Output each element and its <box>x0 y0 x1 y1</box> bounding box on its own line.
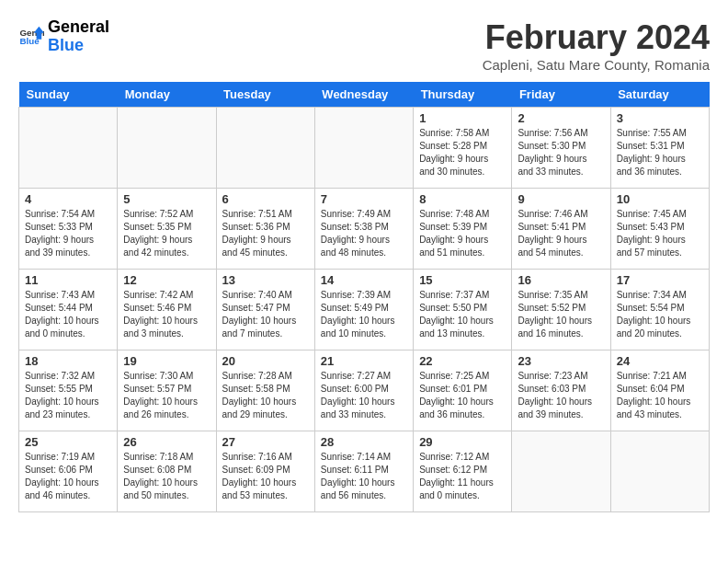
day-info: Sunrise: 7:30 AM Sunset: 5:57 PM Dayligh… <box>123 370 210 421</box>
calendar-day-cell: 1Sunrise: 7:58 AM Sunset: 5:28 PM Daylig… <box>414 108 512 189</box>
logo-icon: General Blue <box>18 24 44 50</box>
calendar-day-cell <box>216 108 314 189</box>
day-info: Sunrise: 7:35 AM Sunset: 5:52 PM Dayligh… <box>518 289 604 340</box>
day-number: 11 <box>25 273 111 287</box>
calendar-day-cell: 15Sunrise: 7:37 AM Sunset: 5:50 PM Dayli… <box>414 270 512 350</box>
calendar-day-cell <box>610 431 709 512</box>
day-number: 29 <box>419 435 506 449</box>
calendar-week-row: 1Sunrise: 7:58 AM Sunset: 5:28 PM Daylig… <box>19 108 710 189</box>
calendar-day-cell <box>118 108 216 189</box>
day-info: Sunrise: 7:52 AM Sunset: 5:35 PM Dayligh… <box>123 208 210 259</box>
day-number: 4 <box>25 192 111 206</box>
day-number: 5 <box>123 192 210 206</box>
day-number: 6 <box>222 192 309 206</box>
calendar-day-cell: 28Sunrise: 7:14 AM Sunset: 6:11 PM Dayli… <box>314 431 413 512</box>
calendar-day-cell: 4Sunrise: 7:54 AM Sunset: 5:33 PM Daylig… <box>19 189 118 270</box>
calendar-week-row: 18Sunrise: 7:32 AM Sunset: 5:55 PM Dayli… <box>19 350 710 431</box>
day-info: Sunrise: 7:48 AM Sunset: 5:39 PM Dayligh… <box>419 208 506 259</box>
day-info: Sunrise: 7:46 AM Sunset: 5:41 PM Dayligh… <box>518 208 604 259</box>
calendar-day-cell: 17Sunrise: 7:34 AM Sunset: 5:54 PM Dayli… <box>610 270 709 350</box>
calendar-day-cell: 19Sunrise: 7:30 AM Sunset: 5:57 PM Dayli… <box>118 350 216 431</box>
day-number: 22 <box>419 354 506 368</box>
day-number: 26 <box>123 435 210 449</box>
day-number: 27 <box>222 435 309 449</box>
day-info: Sunrise: 7:45 AM Sunset: 5:43 PM Dayligh… <box>617 208 703 259</box>
logo-text: General Blue <box>48 18 109 55</box>
calendar-day-cell: 16Sunrise: 7:35 AM Sunset: 5:52 PM Dayli… <box>512 270 610 350</box>
day-of-week-header: Wednesday <box>314 82 413 108</box>
day-number: 14 <box>321 273 407 287</box>
day-of-week-header: Sunday <box>19 82 118 108</box>
day-info: Sunrise: 7:18 AM Sunset: 6:08 PM Dayligh… <box>123 451 210 502</box>
day-info: Sunrise: 7:39 AM Sunset: 5:49 PM Dayligh… <box>321 289 407 340</box>
day-info: Sunrise: 7:21 AM Sunset: 6:04 PM Dayligh… <box>617 370 703 421</box>
day-number: 16 <box>518 273 604 287</box>
day-info: Sunrise: 7:49 AM Sunset: 5:38 PM Dayligh… <box>321 208 407 259</box>
calendar-day-cell: 12Sunrise: 7:42 AM Sunset: 5:46 PM Dayli… <box>118 270 216 350</box>
calendar-day-cell: 23Sunrise: 7:23 AM Sunset: 6:03 PM Dayli… <box>512 350 610 431</box>
calendar-day-cell: 13Sunrise: 7:40 AM Sunset: 5:47 PM Dayli… <box>216 270 314 350</box>
day-of-week-header: Tuesday <box>216 82 314 108</box>
day-number: 7 <box>321 192 407 206</box>
calendar-day-cell: 11Sunrise: 7:43 AM Sunset: 5:44 PM Dayli… <box>19 270 118 350</box>
day-info: Sunrise: 7:27 AM Sunset: 6:00 PM Dayligh… <box>321 370 407 421</box>
day-number: 23 <box>518 354 604 368</box>
day-info: Sunrise: 7:54 AM Sunset: 5:33 PM Dayligh… <box>25 208 111 259</box>
calendar-header-row: SundayMondayTuesdayWednesdayThursdayFrid… <box>19 82 710 108</box>
calendar-day-cell: 25Sunrise: 7:19 AM Sunset: 6:06 PM Dayli… <box>19 431 118 512</box>
day-info: Sunrise: 7:12 AM Sunset: 6:12 PM Dayligh… <box>419 451 506 502</box>
day-number: 1 <box>419 111 506 125</box>
day-info: Sunrise: 7:51 AM Sunset: 5:36 PM Dayligh… <box>222 208 309 259</box>
day-info: Sunrise: 7:25 AM Sunset: 6:01 PM Dayligh… <box>419 370 506 421</box>
calendar-day-cell: 24Sunrise: 7:21 AM Sunset: 6:04 PM Dayli… <box>610 350 709 431</box>
calendar-day-cell: 14Sunrise: 7:39 AM Sunset: 5:49 PM Dayli… <box>314 270 413 350</box>
calendar-day-cell: 9Sunrise: 7:46 AM Sunset: 5:41 PM Daylig… <box>512 189 610 270</box>
day-number: 10 <box>617 192 703 206</box>
calendar-day-cell: 22Sunrise: 7:25 AM Sunset: 6:01 PM Dayli… <box>414 350 512 431</box>
day-number: 2 <box>518 111 604 125</box>
day-number: 15 <box>419 273 506 287</box>
day-of-week-header: Saturday <box>610 82 709 108</box>
day-of-week-header: Friday <box>512 82 610 108</box>
title-section: February 2024 Capleni, Satu Mare County,… <box>483 18 710 73</box>
calendar-day-cell: 6Sunrise: 7:51 AM Sunset: 5:36 PM Daylig… <box>216 189 314 270</box>
calendar-week-row: 4Sunrise: 7:54 AM Sunset: 5:33 PM Daylig… <box>19 189 710 270</box>
day-of-week-header: Thursday <box>414 82 512 108</box>
calendar-day-cell <box>512 431 610 512</box>
calendar-day-cell: 2Sunrise: 7:56 AM Sunset: 5:30 PM Daylig… <box>512 108 610 189</box>
calendar-day-cell: 26Sunrise: 7:18 AM Sunset: 6:08 PM Dayli… <box>118 431 216 512</box>
calendar-day-cell: 21Sunrise: 7:27 AM Sunset: 6:00 PM Dayli… <box>314 350 413 431</box>
calendar-day-cell: 18Sunrise: 7:32 AM Sunset: 5:55 PM Dayli… <box>19 350 118 431</box>
calendar-day-cell <box>19 108 118 189</box>
calendar-week-row: 11Sunrise: 7:43 AM Sunset: 5:44 PM Dayli… <box>19 270 710 350</box>
day-number: 19 <box>123 354 210 368</box>
day-info: Sunrise: 7:58 AM Sunset: 5:28 PM Dayligh… <box>419 127 506 178</box>
logo: General Blue General Blue <box>18 18 109 55</box>
day-number: 8 <box>419 192 506 206</box>
day-info: Sunrise: 7:42 AM Sunset: 5:46 PM Dayligh… <box>123 289 210 340</box>
day-info: Sunrise: 7:40 AM Sunset: 5:47 PM Dayligh… <box>222 289 309 340</box>
day-info: Sunrise: 7:43 AM Sunset: 5:44 PM Dayligh… <box>25 289 111 340</box>
day-number: 21 <box>321 354 407 368</box>
calendar-table: SundayMondayTuesdayWednesdayThursdayFrid… <box>18 82 710 512</box>
day-number: 17 <box>617 273 703 287</box>
day-number: 3 <box>617 111 703 125</box>
calendar-day-cell: 5Sunrise: 7:52 AM Sunset: 5:35 PM Daylig… <box>118 189 216 270</box>
day-info: Sunrise: 7:37 AM Sunset: 5:50 PM Dayligh… <box>419 289 506 340</box>
calendar-day-cell: 7Sunrise: 7:49 AM Sunset: 5:38 PM Daylig… <box>314 189 413 270</box>
day-of-week-header: Monday <box>118 82 216 108</box>
day-info: Sunrise: 7:56 AM Sunset: 5:30 PM Dayligh… <box>518 127 604 178</box>
day-number: 28 <box>321 435 407 449</box>
day-info: Sunrise: 7:19 AM Sunset: 6:06 PM Dayligh… <box>25 451 111 502</box>
day-info: Sunrise: 7:28 AM Sunset: 5:58 PM Dayligh… <box>222 370 309 421</box>
calendar-day-cell: 20Sunrise: 7:28 AM Sunset: 5:58 PM Dayli… <box>216 350 314 431</box>
calendar-day-cell: 3Sunrise: 7:55 AM Sunset: 5:31 PM Daylig… <box>610 108 709 189</box>
calendar-day-cell: 10Sunrise: 7:45 AM Sunset: 5:43 PM Dayli… <box>610 189 709 270</box>
calendar-day-cell <box>314 108 413 189</box>
calendar-day-cell: 8Sunrise: 7:48 AM Sunset: 5:39 PM Daylig… <box>414 189 512 270</box>
header: General Blue General Blue February 2024 … <box>18 18 710 73</box>
day-number: 13 <box>222 273 309 287</box>
location-subtitle: Capleni, Satu Mare County, Romania <box>483 57 710 73</box>
day-info: Sunrise: 7:32 AM Sunset: 5:55 PM Dayligh… <box>25 370 111 421</box>
day-info: Sunrise: 7:23 AM Sunset: 6:03 PM Dayligh… <box>518 370 604 421</box>
